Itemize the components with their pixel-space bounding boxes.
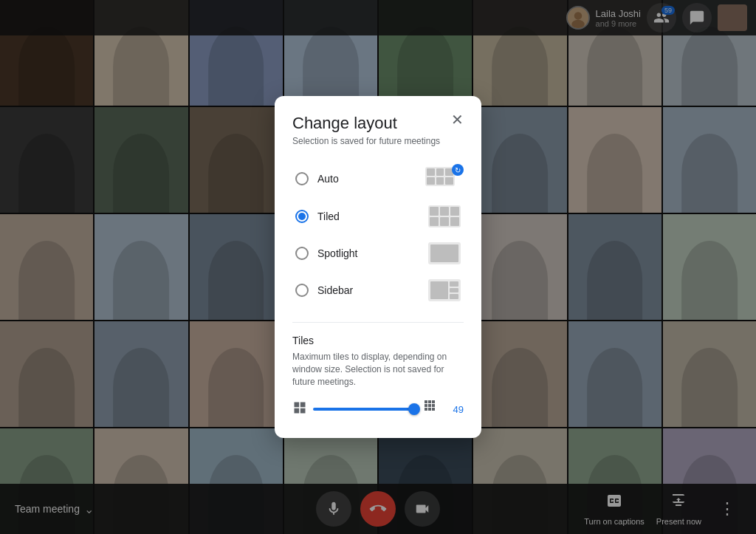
layout-option-sidebar[interactable]: Sidebar bbox=[292, 273, 464, 307]
layout-label-spotlight: Spotlight bbox=[317, 247, 357, 259]
tiles-section-title: Tiles bbox=[292, 335, 464, 346]
tiles-slider-container bbox=[313, 402, 416, 417]
grid-small-icon bbox=[292, 400, 307, 419]
radio-tiled-inner bbox=[298, 213, 306, 220]
radio-sidebar[interactable] bbox=[295, 284, 309, 297]
change-layout-dialog: Change layout ✕ Selection is saved for f… bbox=[275, 96, 481, 439]
refresh-icon: ↻ bbox=[452, 164, 464, 176]
dialog-close-button[interactable]: ✕ bbox=[451, 112, 464, 127]
dialog-header: Change layout ✕ bbox=[292, 114, 464, 133]
layout-option-tiled-left: Tiled bbox=[295, 210, 340, 223]
layout-option-spotlight[interactable]: Spotlight bbox=[292, 236, 464, 270]
layout-option-spotlight-left: Spotlight bbox=[295, 247, 357, 260]
tiles-description: Maximum tiles to display, depending on w… bbox=[292, 351, 464, 388]
tiles-value: 49 bbox=[446, 404, 464, 415]
tiles-section: Tiles Maximum tiles to display, dependin… bbox=[292, 322, 464, 420]
grid-large-icon bbox=[422, 398, 440, 420]
layout-option-sidebar-left: Sidebar bbox=[295, 284, 353, 297]
layout-preview-spotlight bbox=[428, 242, 461, 264]
layout-option-auto[interactable]: Auto ↻ bbox=[292, 161, 464, 196]
modal-overlay: Change layout ✕ Selection is saved for f… bbox=[0, 0, 756, 534]
dialog-title: Change layout bbox=[292, 114, 397, 133]
layout-preview-sidebar bbox=[428, 279, 461, 301]
layout-preview-tiled bbox=[428, 205, 461, 227]
radio-auto[interactable] bbox=[295, 172, 309, 185]
layout-label-auto: Auto bbox=[317, 173, 339, 185]
layout-label-sidebar: Sidebar bbox=[317, 284, 353, 296]
layout-options: Auto ↻ Tiled bbox=[292, 161, 464, 307]
tiles-slider-row: 49 bbox=[292, 398, 464, 420]
layout-label-tiled: Tiled bbox=[317, 210, 340, 222]
radio-spotlight[interactable] bbox=[295, 247, 309, 260]
radio-tiled[interactable] bbox=[295, 210, 309, 223]
layout-option-auto-left: Auto bbox=[295, 172, 339, 185]
layout-option-tiled[interactable]: Tiled bbox=[292, 199, 464, 233]
dialog-subtitle: Selection is saved for future meetings bbox=[292, 136, 464, 146]
layout-preview-auto: ↻ bbox=[425, 167, 461, 191]
